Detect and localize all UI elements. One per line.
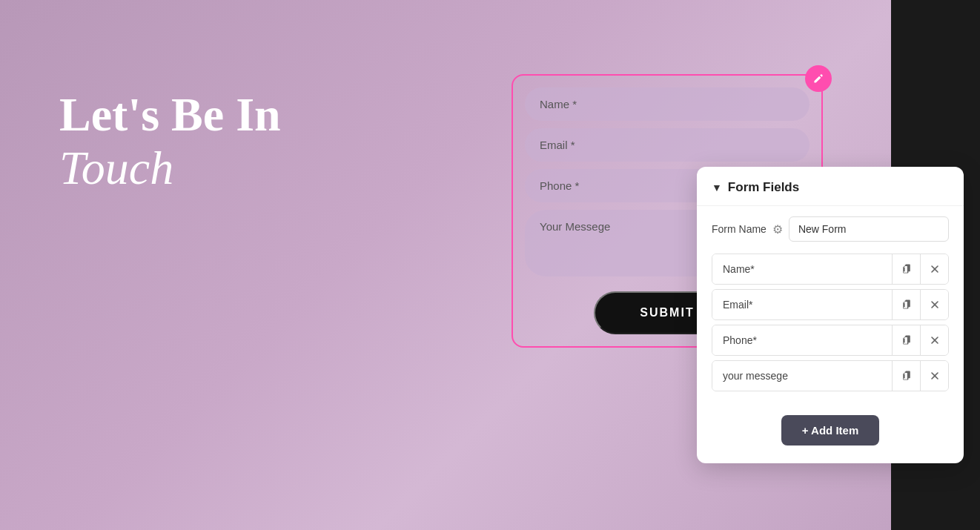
copy-button-1[interactable] [892,254,920,284]
field-row-3 [712,325,949,356]
headline-line2: Touch [59,141,281,196]
form-name-settings-icon[interactable]: ⚙ [772,222,783,236]
remove-button-4[interactable] [920,361,948,391]
form-fields-panel: ▼ Form Fields Form Name ⚙ [697,167,964,463]
headline-line1: Let's Be In [59,89,281,141]
field-input-3[interactable] [712,325,892,355]
field-input-1[interactable] [712,254,892,284]
form-name-label: Form Name [712,223,767,235]
panel-title: Form Fields [728,180,799,195]
remove-button-1[interactable] [920,254,948,284]
form-display-name: Name * [525,87,810,121]
add-item-button[interactable]: + Add Item [781,415,880,445]
collapse-arrow-icon[interactable]: ▼ [712,182,722,193]
form-name-input[interactable] [789,216,949,242]
field-input-2[interactable] [712,290,892,319]
panel-header: ▼ Form Fields [697,167,964,206]
field-input-4[interactable] [712,361,892,391]
edit-button[interactable] [805,65,832,92]
field-row-2 [712,289,949,320]
remove-button-2[interactable] [920,290,948,319]
form-display-email: Email * [525,128,810,162]
remove-button-3[interactable] [920,325,948,355]
copy-button-4[interactable] [892,361,920,391]
field-row-1 [712,254,949,285]
field-row-4 [712,360,949,391]
headline: Let's Be In Touch [59,89,281,196]
copy-button-3[interactable] [892,325,920,355]
copy-button-2[interactable] [892,290,920,319]
form-name-row: Form Name ⚙ [697,206,964,249]
